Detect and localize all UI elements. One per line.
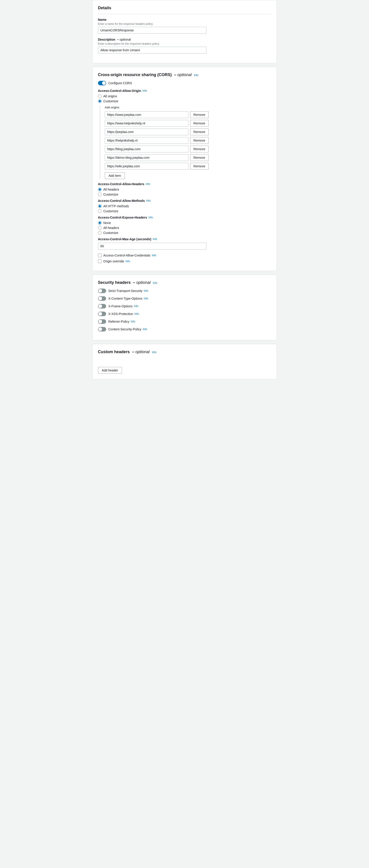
origin-input-6[interactable] bbox=[105, 163, 188, 169]
x-xss-thumb bbox=[98, 312, 102, 316]
name-label: Name bbox=[98, 18, 271, 22]
x-xss-info-link[interactable]: Info bbox=[134, 312, 139, 315]
cors-title: Cross-origin resource sharing (CORS) – o… bbox=[98, 72, 271, 77]
methods-all-radio[interactable] bbox=[98, 204, 102, 208]
origin-input-4[interactable] bbox=[105, 146, 188, 152]
configure-cors-track bbox=[98, 81, 106, 85]
configure-cors-toggle[interactable] bbox=[98, 81, 106, 85]
add-origins-label: Add origins bbox=[105, 106, 271, 109]
origin-row-4: Remove bbox=[105, 146, 271, 152]
referrer-policy-label: Referrer-Policy Info bbox=[109, 320, 135, 323]
add-item-button[interactable]: Add item bbox=[105, 172, 125, 179]
custom-headers-section: Custom headers – optional Info Add heade… bbox=[92, 344, 277, 379]
allow-methods-info-link[interactable]: Info bbox=[146, 199, 151, 202]
strict-transport-info-link[interactable]: Info bbox=[144, 289, 148, 292]
origin-row-5: Remove bbox=[105, 154, 271, 161]
origin-override-checkbox[interactable] bbox=[98, 259, 102, 263]
x-frame-toggle[interactable] bbox=[98, 304, 106, 308]
remove-origin-4[interactable]: Remove bbox=[190, 146, 209, 152]
csp-toggle[interactable] bbox=[98, 327, 106, 332]
csp-toggle-row: Content-Security-Policy Info bbox=[98, 327, 271, 332]
allow-methods-label: Access-Control-Allow-Methods Info bbox=[98, 199, 271, 203]
allow-headers-info-link[interactable]: Info bbox=[146, 182, 150, 186]
csp-track bbox=[98, 327, 106, 332]
x-frame-track bbox=[98, 304, 106, 308]
name-hint: Enter a name for the response headers po… bbox=[98, 22, 271, 26]
expose-customize-label: Customize bbox=[103, 231, 118, 235]
remove-origin-0[interactable]: Remove bbox=[190, 111, 209, 118]
origin-override-info-link[interactable]: Info bbox=[125, 260, 130, 263]
headers-customize-label: Customize bbox=[103, 193, 118, 196]
max-age-field-group: Access-Control-Max-Age (seconds) Info bbox=[98, 237, 271, 249]
remove-origin-6[interactable]: Remove bbox=[190, 163, 209, 169]
remove-origin-5[interactable]: Remove bbox=[190, 154, 209, 161]
origin-override-item: Origin override Info bbox=[98, 259, 271, 263]
origin-input-1[interactable] bbox=[105, 120, 188, 127]
allow-methods-radio-group: All HTTP methods Customize bbox=[98, 204, 271, 213]
headers-all-label: All headers bbox=[103, 188, 119, 191]
remove-origin-3[interactable]: Remove bbox=[190, 137, 209, 144]
x-xss-toggle[interactable] bbox=[98, 312, 106, 316]
allow-credentials-checkbox[interactable] bbox=[98, 254, 102, 257]
x-xss-toggle-row: X-XSS-Protection Info bbox=[98, 312, 271, 316]
referrer-policy-toggle-row: Referrer-Policy Info bbox=[98, 319, 271, 324]
x-frame-toggle-row: X-Frame-Options Info bbox=[98, 304, 271, 308]
strict-transport-track bbox=[98, 288, 106, 293]
expose-none-radio[interactable] bbox=[98, 221, 102, 225]
max-age-input[interactable] bbox=[98, 243, 207, 249]
expose-headers-info-link[interactable]: Info bbox=[148, 216, 153, 219]
expose-customize-radio[interactable] bbox=[98, 231, 102, 235]
headers-customize-radio[interactable] bbox=[98, 193, 102, 196]
expose-headers-radio-group: None All headers Customize bbox=[98, 221, 271, 235]
strict-transport-toggle-row: Strict-Transport-Security Info bbox=[98, 288, 271, 293]
origin-input-3[interactable] bbox=[105, 137, 188, 144]
x-content-type-toggle[interactable] bbox=[98, 296, 106, 301]
x-frame-label: X-Frame-Options Info bbox=[109, 304, 139, 308]
methods-customize-label: Customize bbox=[103, 209, 118, 213]
headers-all-radio[interactable] bbox=[98, 188, 102, 191]
max-age-label: Access-Control-Max-Age (seconds) Info bbox=[98, 237, 271, 241]
allow-credentials-item: Access-Control-Allow-Credentials Info bbox=[98, 254, 271, 257]
add-header-button[interactable]: Add header bbox=[98, 367, 122, 374]
origin-input-2[interactable] bbox=[105, 128, 188, 135]
referrer-policy-info-link[interactable]: Info bbox=[131, 320, 135, 323]
allow-origin-radio-group: All origins Customize bbox=[98, 94, 271, 103]
strict-transport-label: Strict-Transport-Security Info bbox=[109, 289, 148, 292]
details-title: Details bbox=[98, 6, 271, 10]
custom-headers-title: Custom headers – optional Info bbox=[98, 349, 271, 354]
description-input[interactable] bbox=[98, 47, 207, 54]
csp-info-link[interactable]: Info bbox=[143, 328, 147, 331]
remove-origin-2[interactable]: Remove bbox=[190, 128, 209, 135]
origin-input-5[interactable] bbox=[105, 154, 188, 161]
x-content-type-toggle-row: X-Content-Type-Options Info bbox=[98, 296, 271, 301]
expose-all-radio[interactable] bbox=[98, 226, 102, 230]
origin-customize-radio[interactable] bbox=[98, 99, 102, 103]
referrer-policy-toggle[interactable] bbox=[98, 319, 106, 324]
allow-origin-info-link[interactable]: Info bbox=[143, 89, 147, 92]
add-origins-panel: Add origins Remove Remove Remove Remove … bbox=[100, 106, 271, 179]
origin-row-2: Remove bbox=[105, 128, 271, 135]
x-content-type-info-link[interactable]: Info bbox=[144, 297, 148, 300]
cors-section: Cross-origin resource sharing (CORS) – o… bbox=[92, 67, 277, 271]
strict-transport-toggle[interactable] bbox=[98, 288, 106, 293]
remove-origin-1[interactable]: Remove bbox=[190, 120, 209, 127]
expose-none-radio-item: None bbox=[98, 221, 271, 225]
origin-override-label: Origin override Info bbox=[103, 259, 130, 263]
origin-customize-label: Customize bbox=[103, 99, 118, 103]
security-headers-info-link[interactable]: Info bbox=[153, 281, 157, 284]
x-frame-info-link[interactable]: Info bbox=[134, 305, 139, 308]
origin-input-0[interactable] bbox=[105, 111, 188, 118]
origin-row-6: Remove bbox=[105, 163, 271, 169]
allow-credentials-info-link[interactable]: Info bbox=[152, 254, 156, 257]
custom-headers-info-link[interactable]: Info bbox=[152, 351, 156, 354]
name-input[interactable] bbox=[98, 27, 207, 34]
max-age-info-link[interactable]: Info bbox=[153, 238, 157, 241]
methods-customize-radio[interactable] bbox=[98, 209, 102, 213]
x-content-type-thumb bbox=[98, 297, 102, 300]
expose-all-label: All headers bbox=[103, 226, 119, 230]
origin-all-radio[interactable] bbox=[98, 94, 102, 98]
methods-all-label: All HTTP methods bbox=[103, 204, 129, 208]
cors-info-link[interactable]: Info bbox=[194, 73, 198, 77]
expose-customize-radio-item: Customize bbox=[98, 231, 271, 235]
methods-customize-radio-item: Customize bbox=[98, 209, 271, 213]
